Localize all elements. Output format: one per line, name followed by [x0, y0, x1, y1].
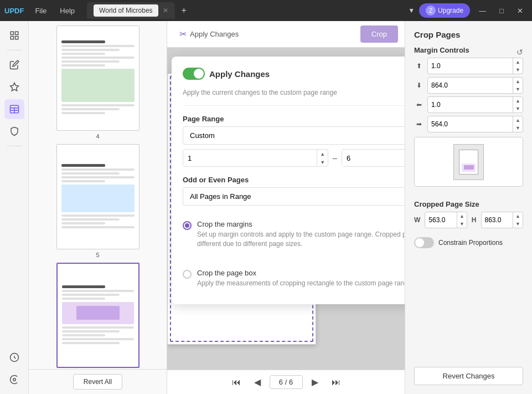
next-page-button[interactable]: ▶	[307, 375, 323, 390]
close-window-button[interactable]: ✕	[513, 4, 528, 17]
margin-bottom-icon: ⬇	[414, 81, 424, 89]
crop-button[interactable]: Crop	[360, 25, 398, 43]
svg-rect-1	[15, 32, 18, 34]
range-from-input[interactable]	[183, 150, 317, 166]
help-menu[interactable]: Help	[54, 4, 80, 17]
odd-even-label: Odd or Even Pages	[183, 176, 405, 184]
range-dash: –	[333, 153, 337, 162]
prev-page-button[interactable]: ◀	[250, 375, 265, 390]
page-indicator: 6 / 6	[270, 375, 303, 389]
margin-right-input[interactable]	[428, 118, 513, 130]
upgrade-button[interactable]: Z Upgrade	[419, 3, 470, 18]
svg-marker-4	[10, 83, 18, 91]
sidebar-icon-annotate[interactable]	[4, 77, 24, 97]
thumbnail-label-5: 5	[96, 252, 99, 258]
maximize-button[interactable]: □	[495, 4, 508, 17]
last-page-button[interactable]: ⏭	[327, 375, 345, 390]
margin-left-input[interactable]	[428, 99, 513, 111]
crop-margins-label: Crop the margins	[197, 220, 405, 228]
tab-dropdown-icon[interactable]: ▼	[408, 7, 415, 14]
right-panel-title: Crop Pages	[414, 30, 523, 39]
margin-left-down[interactable]: ▼	[513, 105, 523, 112]
margin-reset-button[interactable]: ↺	[516, 48, 523, 57]
new-tab-icon[interactable]: +	[177, 6, 191, 16]
width-down[interactable]: ▼	[457, 220, 467, 228]
sidebar-icon-ai[interactable]	[4, 347, 24, 367]
margin-left-icon: ⬅	[414, 101, 424, 109]
odd-even-select[interactable]: All Pages in Range Odd Pages Only Even P…	[183, 187, 405, 206]
range-from-down[interactable]: ▼	[317, 158, 328, 166]
first-page-button[interactable]: ⏮	[228, 375, 245, 390]
margin-bottom-input[interactable]	[428, 79, 513, 91]
sidebar-icon-pages[interactable]	[4, 99, 24, 119]
crop-margins-radio[interactable]: Crop the margins Set up margin controls …	[183, 214, 405, 254]
margin-top-down[interactable]: ▼	[513, 66, 523, 74]
svg-rect-0	[11, 32, 13, 34]
margin-top-input[interactable]	[428, 60, 513, 72]
thumbnail-item-5[interactable]: 5	[33, 144, 162, 258]
overlay-title: Apply Changes	[209, 69, 270, 79]
sidebar-icon-protect[interactable]	[4, 121, 24, 141]
revert-all-button[interactable]: Revert All	[73, 374, 122, 390]
margin-right-up[interactable]: ▲	[513, 116, 523, 124]
margin-right-icon: ➡	[414, 120, 424, 128]
apply-changes-toggle[interactable]	[183, 68, 205, 80]
thumbnail-item-6[interactable]: 6	[33, 263, 162, 369]
margin-top-icon: ⬆	[414, 62, 424, 70]
sidebar-icon-view[interactable]	[4, 25, 24, 45]
crop-pagebox-radio[interactable]: Crop the page box Apply the measurements…	[183, 263, 405, 294]
apply-changes-panel: Apply Changes Apply the current changes …	[172, 57, 405, 304]
overlay-description: Apply the current changes to the custom …	[183, 89, 405, 96]
crop-margins-desc: Set up margin controls and apply to the …	[197, 230, 405, 249]
crop-pagebox-label: Crop the page box	[197, 269, 405, 277]
range-from-up[interactable]: ▲	[317, 150, 328, 158]
page-range-label: Page Range	[183, 115, 405, 123]
thumbnail-label-4: 4	[96, 133, 99, 140]
height-input[interactable]	[482, 214, 513, 226]
height-up[interactable]: ▲	[513, 212, 523, 220]
crop-scissors-icon: ✂	[179, 29, 187, 39]
width-input[interactable]	[425, 214, 457, 226]
sidebar-icon-edit[interactable]	[4, 55, 24, 75]
apply-changes-toolbar-button[interactable]: ✂ Apply Changes	[174, 25, 244, 43]
constrain-label: Constrain Proportions	[438, 239, 503, 247]
margin-left-up[interactable]: ▲	[513, 97, 523, 105]
svg-point-10	[13, 378, 16, 381]
constrain-toggle[interactable]	[414, 237, 434, 248]
svg-rect-3	[15, 37, 18, 39]
margin-right-down[interactable]: ▼	[513, 124, 523, 132]
width-label: W	[414, 216, 420, 224]
margin-top-up[interactable]: ▲	[513, 58, 523, 66]
tab-name: World of Microbes	[94, 4, 158, 17]
cropped-page-size-label: Cropped Page Size	[414, 200, 523, 208]
thumbnail-item-4[interactable]: 4	[33, 25, 162, 140]
crop-pagebox-desc: Apply the measurements of cropping recta…	[197, 279, 405, 288]
width-up[interactable]: ▲	[457, 212, 467, 220]
height-label: H	[472, 216, 477, 224]
range-to-input[interactable]	[342, 150, 405, 166]
tab-close-icon[interactable]: ✕	[163, 7, 168, 14]
margin-bottom-down[interactable]: ▼	[513, 85, 523, 93]
svg-rect-2	[11, 37, 13, 39]
user-avatar: Z	[426, 6, 436, 16]
revert-changes-button[interactable]: Revert Changes	[414, 367, 523, 385]
margin-bottom-up[interactable]: ▲	[513, 78, 523, 85]
page-range-select[interactable]: All Pages Custom Odd Pages Even Pages	[183, 126, 405, 145]
margin-controls-label: Margin Controls	[414, 46, 469, 54]
sidebar-icon-tools[interactable]	[4, 370, 24, 390]
minimize-button[interactable]: —	[474, 4, 490, 17]
height-down[interactable]: ▼	[513, 220, 523, 228]
app-logo: UPDF	[4, 7, 24, 15]
file-menu[interactable]: File	[29, 4, 52, 17]
